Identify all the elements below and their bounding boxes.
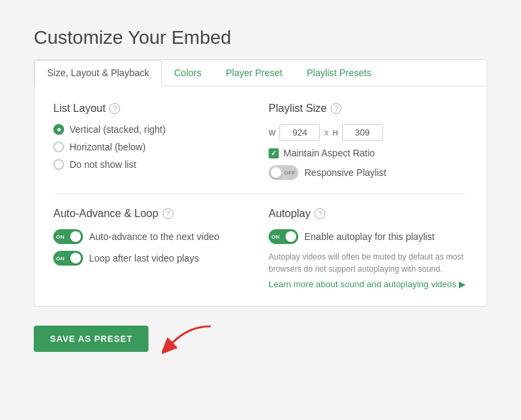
auto-advance-toggle[interactable]: ON (53, 229, 83, 244)
responsive-toggle[interactable]: OFF (269, 165, 298, 180)
width-label: W (269, 129, 275, 137)
autoplay-toggle-knob (285, 231, 296, 242)
radio-horizontal-indicator (53, 142, 64, 152)
auto-advance-toggle-label: ON (56, 234, 65, 240)
responsive-playlist-row: OFF Responsive Playlist (269, 165, 468, 180)
page-title: Customize Your Embed (34, 27, 487, 49)
radio-vertical[interactable]: Vertical (stacked, right) (53, 124, 252, 135)
autoplay-toggle-row: ON Enable autoplay for this playlist (269, 229, 468, 244)
list-layout-section: List Layout ? Vertical (stacked, right) … (53, 102, 252, 180)
tab-size-layout[interactable]: Size, Layout & Playback (34, 60, 162, 86)
autoplay-title: Autoplay ? (269, 208, 468, 220)
playlist-size-help-icon[interactable]: ? (331, 103, 341, 114)
tab-player-preset[interactable]: Player Preset (213, 61, 294, 86)
height-label: H (333, 129, 338, 137)
radio-no-list[interactable]: Do not show list (53, 159, 252, 170)
autoplay-note: Autoplay videos will often be muted by d… (269, 251, 468, 275)
maintain-aspect-checkbox[interactable] (269, 148, 279, 158)
playlist-size-section: Playlist Size ? W x H Maintain Aspect Ra… (269, 102, 468, 180)
tabs-bar: Size, Layout & Playback Colors Player Pr… (34, 59, 487, 86)
playlist-size-title: Playlist Size ? (269, 102, 468, 115)
radio-horizontal[interactable]: Horizontal (below) (53, 142, 252, 152)
radio-vertical-indicator (53, 124, 64, 135)
auto-advance-section: Auto-Advance & Loop ? ON Auto-advance to… (53, 208, 252, 290)
list-layout-help-icon[interactable]: ? (109, 103, 120, 114)
red-arrow-icon (162, 320, 216, 354)
learn-more-link[interactable]: Learn more about sound and autoplaying v… (269, 279, 466, 289)
tab-colors[interactable]: Colors (162, 61, 213, 86)
size-inputs: W x H (269, 124, 468, 141)
arrow-indicator (162, 320, 216, 357)
auto-advance-toggle-knob (70, 231, 81, 242)
content-panel: List Layout ? Vertical (stacked, right) … (34, 86, 487, 307)
tab-playlist-presets[interactable]: Playlist Presets (295, 61, 384, 86)
loop-toggle-knob (70, 253, 81, 264)
bottom-row: Auto-Advance & Loop ? ON Auto-advance to… (53, 208, 468, 290)
radio-no-list-indicator (53, 159, 64, 170)
autoplay-help-icon[interactable]: ? (314, 208, 325, 219)
loop-toggle[interactable]: ON (53, 251, 83, 266)
bottom-bar: SAVE AS PRESET (34, 320, 487, 357)
loop-toggle-label: ON (56, 256, 65, 262)
autoplay-section: Autoplay ? ON Enable autoplay for this p… (269, 208, 468, 290)
autoplay-toggle[interactable]: ON (269, 229, 298, 244)
width-input[interactable] (279, 124, 320, 141)
auto-advance-toggle-row: ON Auto-advance to the next video (53, 229, 252, 244)
top-row: List Layout ? Vertical (stacked, right) … (53, 102, 468, 180)
auto-advance-title: Auto-Advance & Loop ? (53, 208, 252, 220)
autoplay-toggle-label: ON (271, 234, 280, 240)
maintain-aspect-row[interactable]: Maintain Aspect Ratio (269, 148, 468, 158)
auto-advance-toggles: ON Auto-advance to the next video ON Loo… (53, 229, 252, 266)
responsive-toggle-label: OFF (284, 170, 296, 176)
list-layout-title: List Layout ? (53, 102, 252, 115)
loop-toggle-row: ON Loop after last video plays (53, 251, 252, 266)
page-wrapper: Customize Your Embed Size, Layout & Play… (13, 13, 508, 384)
size-x-separator: x (324, 127, 329, 138)
list-layout-options: Vertical (stacked, right) Horizontal (be… (53, 124, 252, 170)
save-as-preset-button[interactable]: SAVE AS PRESET (34, 326, 148, 352)
auto-advance-help-icon[interactable]: ? (163, 208, 173, 219)
responsive-toggle-knob (271, 167, 281, 178)
section-divider (53, 193, 468, 194)
height-input[interactable] (342, 124, 383, 141)
